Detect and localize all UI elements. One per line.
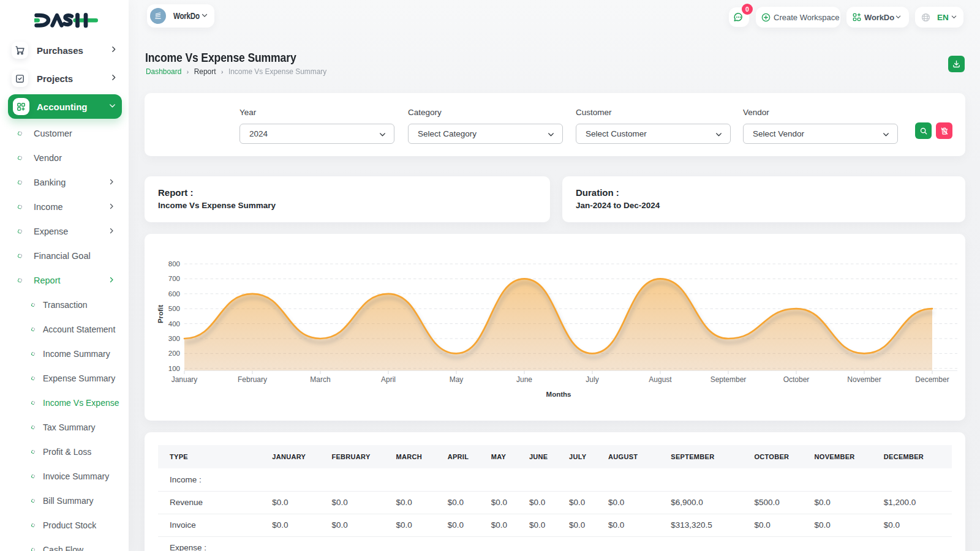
svg-text:300: 300 (168, 335, 180, 342)
svg-text:Months: Months (546, 391, 571, 398)
svg-text:600: 600 (168, 290, 180, 298)
svg-text:June: June (516, 375, 532, 384)
svg-text:July: July (586, 375, 598, 384)
svg-text:March: March (310, 375, 330, 384)
svg-text:700: 700 (168, 275, 180, 282)
svg-text:500: 500 (168, 305, 180, 312)
svg-text:January: January (172, 375, 198, 384)
svg-text:September: September (710, 375, 747, 384)
svg-text:October: October (783, 375, 810, 384)
svg-text:November: November (847, 375, 881, 384)
svg-text:August: August (649, 375, 672, 384)
svg-text:200: 200 (168, 350, 180, 357)
svg-text:100: 100 (168, 365, 180, 372)
svg-text:400: 400 (168, 320, 180, 328)
svg-text:May: May (450, 375, 464, 384)
svg-text:April: April (381, 375, 396, 384)
svg-text:800: 800 (168, 260, 180, 268)
svg-text:February: February (238, 375, 267, 384)
svg-text:December: December (915, 375, 949, 384)
svg-text:Profit: Profit (157, 305, 164, 323)
